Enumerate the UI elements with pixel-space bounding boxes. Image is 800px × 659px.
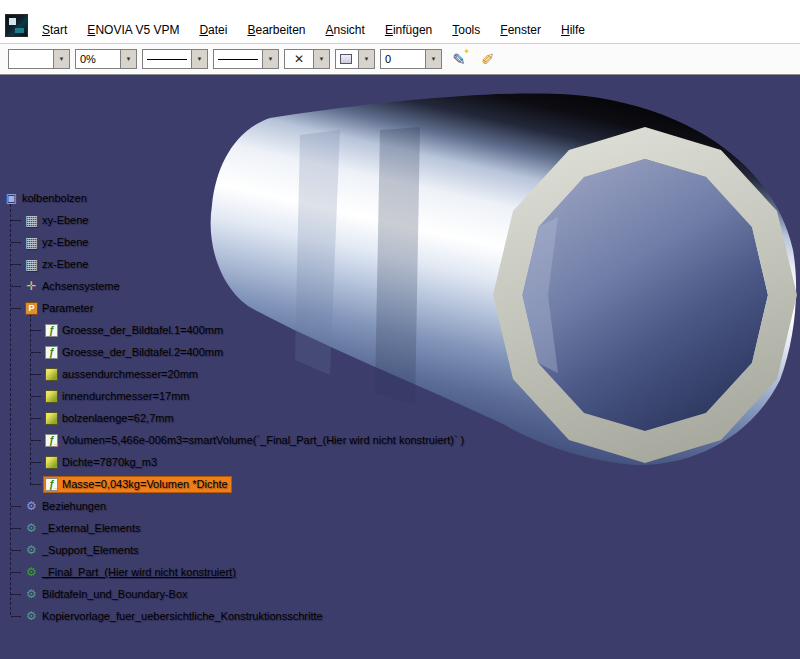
tree-item-support-elements[interactable]: ⚙_Support_Elements xyxy=(2,539,467,561)
dropdown-arrow-icon[interactable]: ▼ xyxy=(358,50,374,68)
layer-combo[interactable]: 0▼ xyxy=(380,49,442,69)
tree-item-bolzenlaenge-62-7mm[interactable]: bolzenlaenge=62,7mm xyxy=(2,407,467,429)
formula-icon: ƒ xyxy=(45,346,58,359)
menu-item-datei[interactable]: Datei xyxy=(189,19,237,41)
tree-connector xyxy=(11,308,21,309)
menu-item-label: atei xyxy=(208,23,227,37)
menu-item-enovia-v5-vpm[interactable]: ENOVIA V5 VPM xyxy=(77,19,189,41)
tree-item-content: Dichte=7870kg_m3 xyxy=(44,455,160,470)
sparkle-icon: ✦ xyxy=(463,47,470,56)
point-symbol-combo[interactable]: ✕▼ xyxy=(284,49,330,69)
tree-item-content: ✛Achsensysteme xyxy=(24,279,123,294)
tree-item-yz-ebene[interactable]: ▦yz-Ebene xyxy=(2,231,467,253)
menu-item-label: H xyxy=(561,23,570,37)
menu-item-label: F xyxy=(500,23,507,37)
render-style-combo[interactable]: ▼ xyxy=(335,49,375,69)
tree-item-label: zx-Ebene xyxy=(42,258,88,270)
menu-item-label: ools xyxy=(458,23,480,37)
geoset-icon: ⚙ xyxy=(25,610,38,623)
graphic-properties-toolbar: ▼0%▼▼▼✕▼▼0▼✎✦✐ xyxy=(0,44,800,75)
part-icon: ▣ xyxy=(5,192,18,205)
menu-item-label: ilfe xyxy=(570,23,585,37)
geoset-icon: ⚙ xyxy=(25,588,38,601)
tree-item-content: ⚙_Final_Part_(Hier wird nicht konstruier… xyxy=(24,565,239,580)
tree-connector xyxy=(11,528,21,529)
plane-icon: ▦ xyxy=(25,258,38,271)
tree-item-label: _Final_Part_(Hier wird nicht konstruiert… xyxy=(42,566,236,578)
tree-item-kopiervorlage-fuer-uebersichtliche-konstru[interactable]: ⚙Kopiervorlage_fuer_uebersichtliche_Kons… xyxy=(2,605,467,627)
tree-item-parameter[interactable]: PParameter xyxy=(2,297,467,319)
tree-item-groesse-der-bildtafel-2-400mm[interactable]: ƒGroesse_der_Bildtafel.2=400mm xyxy=(2,341,467,363)
tree-item-bildtafeln-und-boundary-box[interactable]: ⚙Bildtafeln_und_Boundary-Box xyxy=(2,583,467,605)
tree-item-label: Achsensysteme xyxy=(42,280,120,292)
tree-item-volumen-5-466e-006m3-smartvolume-final-par[interactable]: ƒVolumen=5,466e-006m3=smartVolume(`_Fina… xyxy=(2,429,467,451)
tree-item-dichte-7870kg-m3[interactable]: Dichte=7870kg_m3 xyxy=(2,451,467,473)
tree-item-achsensysteme[interactable]: ✛Achsensysteme xyxy=(2,275,467,297)
graphic-properties-combo[interactable]: ▼ xyxy=(8,49,70,69)
dropdown-arrow-icon[interactable]: ▼ xyxy=(191,50,207,68)
tree-item-content: ⚙_External_Elements xyxy=(24,521,143,536)
dropdown-arrow-icon[interactable]: ▼ xyxy=(313,50,329,68)
final-part-icon: ⚙ xyxy=(25,566,38,579)
tree-item-beziehungen[interactable]: ⚙Beziehungen xyxy=(2,495,467,517)
menu-item-fenster[interactable]: Fenster xyxy=(490,19,551,41)
combo-value: 0 xyxy=(381,50,425,68)
dropdown-arrow-icon[interactable]: ▼ xyxy=(262,50,278,68)
tree-connector xyxy=(11,594,21,595)
tree-item-label: aussendurchmesser=20mm xyxy=(62,368,198,380)
menu-item-tools[interactable]: Tools xyxy=(442,19,490,41)
tree-connector xyxy=(31,352,41,353)
tree-connector xyxy=(31,374,41,375)
tree-connector xyxy=(11,242,21,243)
tree-connector xyxy=(31,440,41,441)
tree-item-label: kolbenbolzen xyxy=(22,192,87,204)
tree-item-innendurchmesser-17mm[interactable]: innendurchmesser=17mm xyxy=(2,385,467,407)
tree-item-label: _External_Elements xyxy=(42,522,140,534)
menu-item-ansicht[interactable]: Ansicht xyxy=(316,19,375,41)
parameter-set-icon: P xyxy=(25,302,38,315)
menu-item-label: earbeiten xyxy=(255,23,305,37)
tree-item-content: ⚙Beziehungen xyxy=(24,499,109,514)
menu-item-label: A xyxy=(326,23,334,37)
menu-item-start[interactable]: Start xyxy=(32,19,77,41)
tree-item-kolbenbolzen[interactable]: ▣kolbenbolzen xyxy=(2,187,467,209)
line-style-sample xyxy=(147,59,187,60)
tree-item-aussendurchmesser-20mm[interactable]: aussendurchmesser=20mm xyxy=(2,363,467,385)
menu-item-label: nsicht xyxy=(334,23,365,37)
tree-connector xyxy=(31,484,41,485)
tree-connector xyxy=(31,418,41,419)
tree-item-masse-0-043kg-volumen-dichte[interactable]: ƒMasse=0,043kg=Volumen *Dichte xyxy=(2,473,467,495)
menubar: StartENOVIA V5 VPMDateiBearbeitenAnsicht… xyxy=(32,19,595,41)
tree-connector xyxy=(31,462,41,463)
transparency-combo[interactable]: 0%▼ xyxy=(75,49,137,69)
tree-item-content: ▣kolbenbolzen xyxy=(4,191,90,206)
dropdown-arrow-icon[interactable]: ▼ xyxy=(120,50,136,68)
menu-item-label: D xyxy=(199,23,208,37)
tree-item-label: Dichte=7870kg_m3 xyxy=(62,456,157,468)
parameter-icon xyxy=(45,456,58,469)
top-menu-bar: StartENOVIA V5 VPMDateiBearbeitenAnsicht… xyxy=(0,0,800,44)
menu-item-einf-gen[interactable]: Einfügen xyxy=(375,19,442,41)
tree-item-zx-ebene[interactable]: ▦zx-Ebene xyxy=(2,253,467,275)
plane-icon: ▦ xyxy=(25,236,38,249)
dropdown-arrow-icon[interactable]: ▼ xyxy=(53,50,69,68)
paint-tool-icon: ✐ xyxy=(481,50,494,69)
line-type-combo[interactable]: ▼ xyxy=(142,49,208,69)
menu-item-bearbeiten[interactable]: Bearbeiten xyxy=(237,19,315,41)
pen-tool-button[interactable]: ✎✦ xyxy=(447,47,471,71)
tree-item-label: Kopiervorlage_fuer_uebersichtliche_Konst… xyxy=(42,610,323,622)
tree-item-final-part-hier-wird-nicht-konstruiert[interactable]: ⚙_Final_Part_(Hier wird nicht konstruier… xyxy=(2,561,467,583)
tree-item-external-elements[interactable]: ⚙_External_Elements xyxy=(2,517,467,539)
line-weight-combo[interactable]: ▼ xyxy=(213,49,279,69)
menu-item-hilfe[interactable]: Hilfe xyxy=(551,19,595,41)
paint-tool-button[interactable]: ✐ xyxy=(476,47,500,71)
tree-item-groesse-der-bildtafel-1-400mm[interactable]: ƒGroesse_der_Bildtafel.1=400mm xyxy=(2,319,467,341)
dropdown-arrow-icon[interactable]: ▼ xyxy=(425,50,441,68)
tree-connector xyxy=(11,550,21,551)
tree-item-xy-ebene[interactable]: ▦xy-Ebene xyxy=(2,209,467,231)
viewport-3d[interactable]: ▣kolbenbolzen▦xy-Ebene▦yz-Ebene▦zx-Ebene… xyxy=(0,75,800,659)
tree-item-label: Bildtafeln_und_Boundary-Box xyxy=(42,588,188,600)
tree-item-label: yz-Ebene xyxy=(42,236,88,248)
app-icon[interactable] xyxy=(5,14,28,37)
layer-filter-icon xyxy=(340,54,352,64)
